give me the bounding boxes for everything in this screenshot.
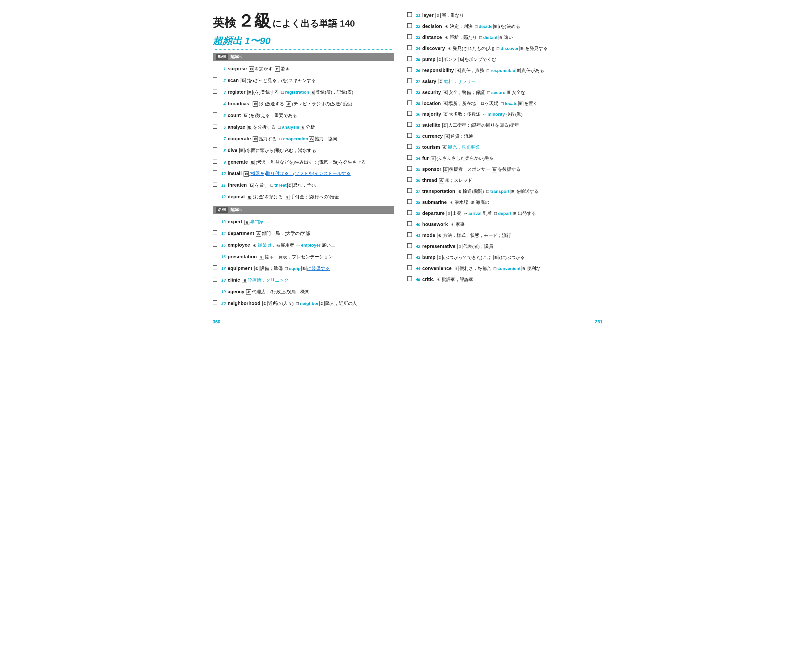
content-19: agency 名代理店；(行政上の)局，機関: [228, 288, 394, 296]
checkbox-15[interactable]: [213, 242, 217, 247]
checkbox-39[interactable]: [407, 210, 412, 215]
link-22: decide: [478, 24, 493, 29]
checkbox-32[interactable]: [407, 133, 412, 138]
pos-5a: 動: [243, 113, 248, 118]
checkbox-19[interactable]: [213, 289, 217, 293]
pos-43a: 名: [437, 255, 443, 260]
checkbox-2[interactable]: [213, 77, 217, 82]
word-15: employee: [228, 242, 250, 247]
num-38: 38: [413, 199, 422, 206]
checkbox-40[interactable]: [407, 221, 412, 226]
right-entry-38: 38 submarine 名潜水艦 形海底の: [407, 197, 603, 208]
checkbox-35[interactable]: [407, 166, 412, 171]
link-24: discover: [501, 46, 519, 51]
content-5: count 動(を)数える；重要である: [228, 111, 394, 120]
checkbox-17[interactable]: [213, 265, 217, 270]
pos-27a: 名: [438, 79, 443, 84]
checkbox-24[interactable]: [407, 45, 412, 50]
category-noun-label: 名詞: [216, 207, 228, 213]
pos-18a: 名: [242, 278, 247, 283]
checkbox-21[interactable]: [407, 12, 412, 17]
checkbox-16[interactable]: [213, 254, 217, 258]
checkbox-29[interactable]: [407, 100, 412, 105]
checkbox-42[interactable]: [407, 243, 412, 248]
word-35: sponsor: [422, 166, 441, 172]
checkbox-14[interactable]: [213, 230, 217, 235]
content-9: generate 動(考え・利益などを)生み出す；(電気・熱)を発生させる: [228, 158, 394, 166]
content-44: convenience 名便利さ，好都合 □ convenient形便利な: [422, 264, 603, 273]
checkbox-38[interactable]: [407, 199, 412, 204]
checkbox-11[interactable]: [213, 182, 217, 186]
content-29: location 名場所，所在地；ロケ現場 □ locate動を置く: [422, 99, 603, 108]
checkbox-10[interactable]: [213, 170, 217, 175]
pos-9a: 動: [250, 160, 255, 165]
num-41: 41: [413, 233, 422, 239]
word-29: location: [422, 100, 441, 106]
checkbox-9[interactable]: [213, 159, 217, 164]
content-27: salary 名給料，サラリー: [422, 77, 603, 85]
pos-6b: 名: [300, 125, 305, 130]
category-verb-label: 動詞: [216, 54, 228, 60]
checkbox-27[interactable]: [407, 79, 412, 83]
num-30: 30: [413, 111, 422, 117]
content-43: bump 名(ぶつかってできた)こぶ 動(に)ぶつかる: [422, 253, 603, 262]
pos-35a: 名: [443, 167, 448, 172]
word-23: distance: [422, 34, 442, 40]
checkbox-6[interactable]: [213, 124, 217, 129]
checkbox-43[interactable]: [407, 254, 412, 259]
content-18: clinic 名診療所，クリニック: [228, 276, 394, 284]
content-21: layer 名層，重なり: [422, 11, 603, 19]
pos-43b: 動: [493, 255, 498, 260]
content-7: cooperate 動協力する □ cooperation名協力，協同: [228, 135, 394, 143]
left-column: 英検 ２級 によく出る単語 140 超頻出 1〜90 動詞 超頻出 1 surp…: [213, 10, 401, 321]
checkbox-33[interactable]: [407, 144, 412, 149]
checkbox-34[interactable]: [407, 155, 412, 160]
word-16: presentation: [228, 254, 257, 259]
checkbox-4[interactable]: [213, 101, 217, 105]
checkbox-3[interactable]: [213, 89, 217, 94]
pos-20a: 名: [263, 301, 267, 306]
pos-40a: 名: [450, 222, 455, 227]
category-noun: 名詞 超頻出: [213, 206, 394, 214]
pos-16a: 名: [259, 255, 264, 260]
checkbox-1[interactable]: [213, 66, 217, 70]
content-42: representative 名代表(者)；議員: [422, 242, 603, 251]
checkbox-5[interactable]: [213, 112, 217, 117]
num-18: 18: [219, 277, 228, 284]
checkbox-20[interactable]: [213, 300, 217, 305]
link-30: minority: [487, 112, 504, 117]
checkbox-7[interactable]: [213, 136, 217, 140]
checkbox-12[interactable]: [213, 194, 217, 198]
checkbox-18[interactable]: [213, 277, 217, 281]
checkbox-37[interactable]: [407, 188, 412, 193]
entry-1: 1 surprise 動を驚かす 名驚き: [213, 63, 394, 74]
checkbox-41[interactable]: [407, 232, 412, 237]
content-8: dive 動(水面に頭から)飛び込む；潜水する: [228, 146, 394, 154]
checkbox-44[interactable]: [407, 265, 412, 270]
num-33: 33: [413, 145, 422, 151]
num-3: 3: [219, 90, 228, 96]
num-12: 12: [219, 194, 228, 200]
checkbox-26[interactable]: [407, 67, 412, 72]
num-26: 26: [413, 68, 422, 74]
checkbox-45[interactable]: [407, 276, 412, 281]
checkbox-13[interactable]: [213, 219, 217, 223]
content-31: satellite 名人工衛星；(惑星の周りを回る)衛星: [422, 121, 603, 129]
word-25: pump: [422, 56, 435, 62]
pos-30a: 名: [443, 112, 448, 117]
checkbox-22[interactable]: [407, 23, 412, 28]
pos-28a: 名: [443, 90, 448, 95]
checkbox-25[interactable]: [407, 56, 412, 61]
checkbox-31[interactable]: [407, 122, 412, 127]
checkbox-8[interactable]: [213, 148, 217, 152]
checkbox-36[interactable]: [407, 177, 412, 182]
checkbox-23[interactable]: [407, 34, 412, 39]
checkbox-30[interactable]: [407, 111, 412, 116]
num-32: 32: [413, 133, 422, 140]
pos-36a: 名: [439, 178, 444, 183]
word-8: dive: [228, 148, 237, 153]
checkbox-28[interactable]: [407, 90, 412, 94]
word-19: agency: [228, 289, 245, 294]
word-22: decision: [422, 23, 442, 29]
word-20: neighborhood: [228, 300, 260, 306]
